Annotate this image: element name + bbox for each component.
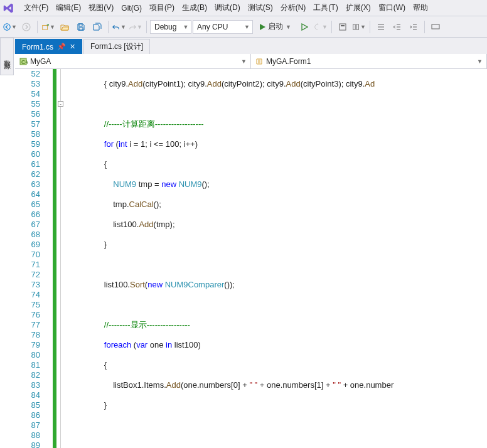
nav-fwd-button[interactable] xyxy=(19,19,34,35)
save-button[interactable] xyxy=(73,19,88,35)
tb-icon-3[interactable] xyxy=(373,19,388,35)
menu-window[interactable]: 窗口(W) xyxy=(375,1,409,15)
menu-debug[interactable]: 调试(D) xyxy=(211,1,244,15)
menu-analyze[interactable]: 分析(N) xyxy=(277,1,310,15)
menu-git[interactable]: Git(G) xyxy=(117,2,146,14)
save-all-button[interactable] xyxy=(90,19,105,35)
redo-button[interactable]: ▼ xyxy=(128,19,143,35)
config-combo[interactable]: Debug▼ xyxy=(150,20,191,34)
tab-label: Form1.cs xyxy=(22,43,53,51)
start-debug-button[interactable]: 启动▼ xyxy=(254,20,296,34)
vs-logo-icon xyxy=(1,1,16,16)
close-icon[interactable]: ✕ xyxy=(70,43,75,51)
tab-form1-cs[interactable]: Form1.cs 📌 ✕ xyxy=(15,39,82,54)
svg-point-0 xyxy=(4,23,10,29)
tb-comment[interactable] xyxy=(428,19,443,35)
menu-extensions[interactable]: 扩展(X) xyxy=(342,1,375,15)
undo-button[interactable]: ▼ xyxy=(112,19,127,35)
svg-rect-7 xyxy=(353,24,355,29)
start-nodebug-button[interactable] xyxy=(297,19,312,35)
tb-icon-2[interactable]: ▼ xyxy=(351,19,367,35)
tab-form1-design[interactable]: Form1.cs [设计] xyxy=(83,39,150,54)
marker-margin xyxy=(44,69,53,448)
menu-project[interactable]: 项目(P) xyxy=(146,1,178,15)
svg-rect-4 xyxy=(79,28,83,30)
menu-build[interactable]: 生成(B) xyxy=(178,1,211,15)
outlining-margin[interactable]: - xyxy=(56,69,65,448)
tb-icon-1[interactable] xyxy=(335,19,350,35)
open-button[interactable] xyxy=(57,19,72,35)
datasource-sidetab[interactable]: 数据源 xyxy=(0,38,14,75)
code-area[interactable]: { city9.Add(cityPoint1); city9.Add(cityP… xyxy=(65,69,487,448)
pin-icon[interactable]: 📌 xyxy=(57,43,66,51)
svg-text:C#: C# xyxy=(21,59,28,65)
hot-reload-button[interactable]: ▼ xyxy=(313,19,328,35)
svg-point-1 xyxy=(23,23,30,31)
nav-type-combo[interactable]: MyGA.Form1▼ xyxy=(251,54,487,68)
menu-test[interactable]: 测试(S) xyxy=(244,1,277,15)
menu-view[interactable]: 视图(V) xyxy=(85,1,117,15)
new-project-button[interactable]: ▼ xyxy=(41,19,56,35)
nav-back-button[interactable]: ▼ xyxy=(3,19,18,35)
menu-edit[interactable]: 编辑(E) xyxy=(52,1,85,15)
fold-box-icon[interactable]: - xyxy=(58,101,63,107)
svg-rect-6 xyxy=(341,25,345,26)
menu-tools[interactable]: 工具(T) xyxy=(309,1,341,15)
tb-indent-out[interactable] xyxy=(390,19,405,35)
svg-rect-2 xyxy=(43,25,48,29)
tb-indent-in[interactable] xyxy=(406,19,421,35)
svg-rect-3 xyxy=(79,24,82,26)
svg-rect-8 xyxy=(356,24,358,29)
svg-rect-5 xyxy=(340,24,346,30)
menu-help[interactable]: 帮助 xyxy=(409,1,432,15)
platform-combo[interactable]: Any CPU▼ xyxy=(193,20,253,34)
tab-label: Form1.cs [设计] xyxy=(90,41,143,52)
nav-project-combo[interactable]: C# MyGA▼ xyxy=(15,54,251,68)
svg-rect-9 xyxy=(432,24,439,29)
menu-file[interactable]: 文件(F) xyxy=(20,1,52,15)
line-number-gutter: 5253545556575859606162636465666768697071… xyxy=(15,69,44,448)
